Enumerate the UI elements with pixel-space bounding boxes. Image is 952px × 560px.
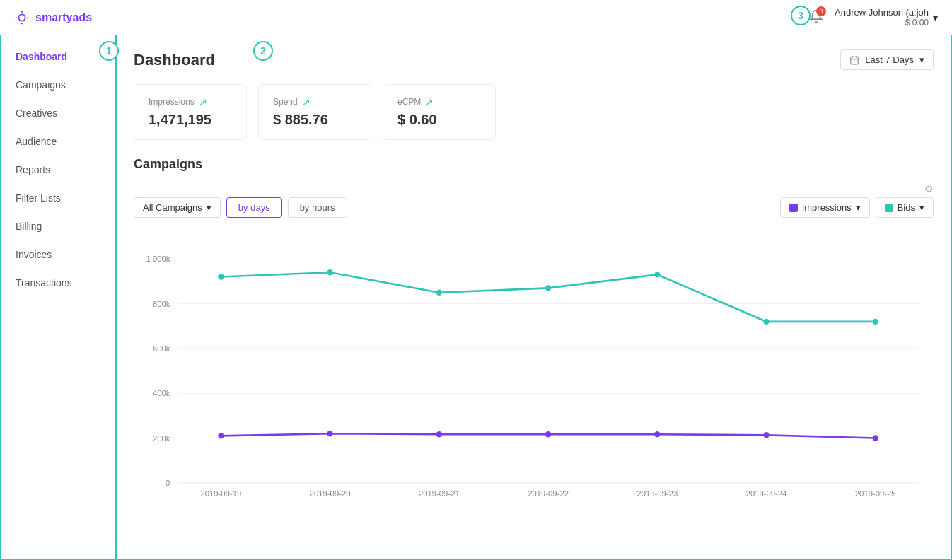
sidebar: Dashboard Campaigns Creatives Audience R… [0,35,117,560]
svg-rect-5 [851,57,859,64]
all-campaigns-dropdown[interactable]: All Campaigns ▾ [134,197,221,218]
svg-text:2019-09-25: 2019-09-25 [855,489,896,498]
svg-text:2019-09-19: 2019-09-19 [200,489,241,498]
stat-label-impressions: Impressions ↗ [149,96,232,107]
sidebar-item-transactions[interactable]: Transactions [1,269,115,297]
impressions-legend-label: Impressions [802,202,852,213]
notification-bell[interactable]: 0 [809,9,823,25]
svg-text:600k: 600k [153,344,170,353]
campaigns-section: Campaigns ⚙ All Campaigns ▾ by days [134,157,934,498]
chevron-down-icon: ▾ [856,202,861,213]
chart-area: 0 200k 400k 600k 800k 1 000k 2019-09-19 … [134,229,934,498]
svg-text:2019-09-20: 2019-09-20 [310,489,351,498]
campaigns-section-title: Campaigns [134,157,934,172]
trend-up-icon-ecpm: ↗ [425,96,434,107]
sidebar-item-audience[interactable]: Audience [1,127,115,156]
user-balance: $ 0.00 [835,18,929,28]
date-filter-dropdown[interactable]: Last 7 Days ▾ [840,49,934,70]
bids-color-dot [885,204,893,212]
notification-badge: 0 [816,6,826,16]
step-badge-3: 3 [791,6,811,25]
sidebar-item-reports[interactable]: Reports [1,156,115,184]
tab-by-days[interactable]: by days [226,197,282,218]
trend-up-icon: ↗ [199,96,207,107]
all-campaigns-label: All Campaigns [143,202,202,213]
stat-value-impressions: 1,471,195 [149,112,232,128]
user-menu[interactable]: Andrew Johnson (a.joh $ 0.00 ▾ [835,7,938,28]
step-badge-2: 2 [253,41,273,61]
gear-icon[interactable]: ⚙ [924,183,934,194]
trend-up-icon-spend: ↗ [302,96,310,107]
svg-point-28 [218,274,224,279]
stat-card-ecpm: eCPM ↗ $ 0.60 [383,84,496,140]
svg-point-35 [218,433,224,438]
legend-impressions[interactable]: Impressions ▾ [780,197,870,218]
user-text: Andrew Johnson (a.joh $ 0.00 [835,7,929,28]
step-badge-1: 1 [99,41,119,61]
svg-text:0: 0 [166,479,170,487]
user-name: Andrew Johnson (a.joh [835,7,929,18]
svg-point-37 [436,431,442,437]
svg-point-41 [873,435,878,441]
sidebar-item-campaigns[interactable]: Campaigns [1,71,115,99]
svg-point-40 [763,432,769,438]
svg-point-38 [545,431,551,437]
chart-controls: All Campaigns ▾ by days by hours [134,197,934,218]
sidebar-item-billing[interactable]: Billing [1,212,115,240]
chart-svg: 0 200k 400k 600k 800k 1 000k 2019-09-19 … [134,229,934,498]
sidebar-item-dashboard[interactable]: Dashboard [1,42,115,71]
svg-point-0 [18,14,25,21]
settings-area: ⚙ [134,183,934,194]
svg-text:2019-09-24: 2019-09-24 [746,489,787,498]
svg-point-34 [873,319,878,325]
stat-card-spend: Spend ↗ $ 885.76 [258,84,371,140]
svg-point-32 [654,272,660,277]
main-layout: Dashboard Campaigns Creatives Audience R… [0,35,952,560]
svg-text:2019-09-23: 2019-09-23 [637,489,678,498]
svg-point-39 [654,431,660,437]
svg-point-31 [545,285,551,291]
app-logo: smartyads [14,10,92,25]
stat-label-ecpm: eCPM ↗ [397,96,481,107]
svg-text:200k: 200k [153,434,170,443]
svg-point-29 [327,269,332,275]
stat-value-ecpm: $ 0.60 [397,112,481,128]
svg-point-36 [327,431,332,436]
svg-text:1 000k: 1 000k [146,255,170,263]
sidebar-item-invoices[interactable]: Invoices [1,240,115,269]
svg-text:800k: 800k [153,300,170,308]
page-title: Dashboard [134,51,215,69]
tab-by-hours[interactable]: by hours [288,197,347,218]
impressions-color-dot [789,204,798,212]
legend-bids[interactable]: Bids ▾ [876,197,934,218]
stat-value-spend: $ 885.76 [273,112,356,128]
app-name: smartyads [35,11,92,24]
chevron-down-icon: ▾ [919,54,924,65]
date-filter-label: Last 7 Days [865,54,914,65]
svg-text:400k: 400k [153,389,170,397]
chevron-down-icon: ▾ [207,202,211,213]
stats-row: Impressions ↗ 1,471,195 Spend ↗ $ 885.76 [134,84,934,140]
sidebar-item-creatives[interactable]: Creatives [1,99,115,127]
bids-legend-label: Bids [898,202,915,213]
stat-label-spend: Spend ↗ [273,96,356,107]
chart-controls-right: Impressions ▾ Bids ▾ [780,197,934,218]
chart-controls-left: All Campaigns ▾ by days by hours [134,197,347,218]
svg-point-33 [763,319,769,325]
main-content: Dashboard Last 7 Days ▾ [117,35,952,560]
stat-card-impressions: Impressions ↗ 1,471,195 [134,84,247,140]
chevron-down-icon: ▾ [933,12,938,23]
svg-text:2019-09-22: 2019-09-22 [528,489,569,498]
sidebar-item-filter-lists[interactable]: Filter Lists [1,184,115,212]
header-right: 0 Andrew Johnson (a.joh $ 0.00 ▾ [809,7,938,28]
chevron-down-icon: ▾ [919,202,924,213]
svg-text:2019-09-21: 2019-09-21 [419,489,460,498]
svg-point-30 [436,290,442,296]
